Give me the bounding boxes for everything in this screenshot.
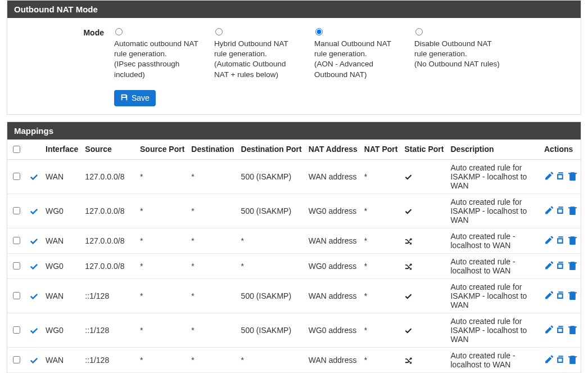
cell-actions: [541, 194, 581, 228]
mode-radio-3[interactable]: [415, 28, 423, 35]
cell-source-port: *: [137, 313, 188, 347]
row-select-checkbox[interactable]: [13, 356, 20, 363]
row-select-checkbox[interactable]: [13, 207, 20, 214]
table-row[interactable]: WAN127.0.0.0/8**500 (ISAKMP)WAN address*…: [7, 159, 581, 194]
cell-source: 127.0.0.0/8: [82, 228, 137, 253]
cell-source-port: *: [137, 159, 188, 194]
table-row[interactable]: WAN::1/128***WAN address*Auto created ru…: [7, 347, 581, 372]
check-icon[interactable]: [29, 236, 39, 246]
check-icon[interactable]: [29, 172, 39, 182]
cell-source-port: *: [137, 278, 188, 313]
cell-actions: [541, 253, 581, 278]
copy-action[interactable]: [556, 235, 566, 245]
cell-destination: *: [188, 194, 237, 228]
table-row[interactable]: WG0::1/128**500 (ISAKMP)WG0 address*Auto…: [7, 313, 581, 347]
mode-radio-0[interactable]: [115, 28, 123, 35]
cell-source-port: *: [137, 228, 188, 253]
cell-nat-address: WAN address: [305, 278, 361, 313]
shuffle-icon: [404, 236, 413, 245]
mode-option-2: Manual Outbound NATrule generation.(AON …: [314, 26, 408, 80]
col-source-port: Source Port: [137, 140, 188, 160]
edit-action[interactable]: [544, 235, 554, 245]
table-row[interactable]: WG0127.0.0.0/8***WG0 address*Auto create…: [7, 253, 581, 278]
cell-nat-port: *: [361, 228, 401, 253]
cell-description: Auto created rule - localhost to WAN: [447, 228, 541, 253]
col-destination: Destination: [188, 140, 237, 160]
cell-destination-port: *: [238, 228, 305, 253]
check-icon[interactable]: [29, 206, 39, 216]
delete-action[interactable]: [568, 235, 577, 245]
table-row[interactable]: WAN::1/128**500 (ISAKMP)WAN address*Auto…: [7, 278, 581, 313]
row-select-checkbox[interactable]: [13, 326, 20, 334]
col-source: Source: [82, 140, 137, 160]
row-select-checkbox[interactable]: [13, 173, 20, 180]
row-select-checkbox[interactable]: [13, 262, 20, 269]
check-icon: [404, 206, 413, 215]
cell-destination-port: 500 (ISAKMP): [238, 278, 305, 313]
edit-action[interactable]: [544, 354, 554, 364]
delete-action[interactable]: [568, 171, 577, 181]
delete-action[interactable]: [568, 205, 577, 215]
cell-static-port: [401, 228, 447, 253]
edit-action[interactable]: [544, 205, 554, 215]
mode-radio-1[interactable]: [215, 28, 223, 35]
select-all-checkbox[interactable]: [13, 146, 20, 153]
cell-interface: WAN: [42, 278, 82, 313]
cell-source-port: *: [137, 194, 188, 228]
edit-action[interactable]: [544, 325, 554, 334]
edit-action[interactable]: [544, 260, 554, 270]
cell-nat-address: WAN address: [305, 159, 361, 194]
edit-action[interactable]: [544, 171, 554, 181]
cell-destination: *: [188, 278, 237, 313]
col-nat-address: NAT Address: [305, 140, 361, 160]
edit-action[interactable]: [544, 290, 554, 300]
cell-destination: *: [188, 347, 237, 372]
shuffle-icon: [404, 261, 413, 270]
cell-source-port: *: [137, 253, 188, 278]
check-icon: [404, 291, 413, 300]
cell-nat-port: *: [361, 159, 401, 194]
cell-nat-address: WAN address: [305, 228, 361, 253]
cell-interface: WAN: [42, 228, 82, 253]
check-icon[interactable]: [29, 261, 39, 271]
cell-actions: [541, 347, 581, 372]
row-select-checkbox[interactable]: [13, 292, 20, 299]
check-icon: [404, 172, 413, 181]
cell-nat-port: *: [361, 313, 401, 347]
cell-source-port: *: [137, 347, 188, 372]
cell-nat-address: WG0 address: [305, 313, 361, 347]
copy-action[interactable]: [556, 205, 566, 215]
mode-option-1: Hybrid Outbound NATrule generation.(Auto…: [214, 26, 307, 80]
cell-description: Auto created rule for ISAKMP - localhost…: [447, 278, 541, 313]
table-row[interactable]: WAN127.0.0.0/8***WAN address*Auto create…: [7, 228, 581, 253]
copy-action[interactable]: [556, 354, 566, 364]
check-icon[interactable]: [29, 325, 39, 335]
check-icon[interactable]: [29, 355, 39, 365]
row-select-checkbox[interactable]: [13, 237, 20, 244]
table-row[interactable]: WG0127.0.0.0/8**500 (ISAKMP)WG0 address*…: [7, 194, 581, 228]
delete-action[interactable]: [568, 290, 577, 300]
delete-action[interactable]: [568, 260, 577, 270]
mode-label: Mode: [14, 26, 114, 37]
cell-static-port: [401, 159, 447, 194]
cell-static-port: [401, 194, 447, 228]
save-button[interactable]: Save: [114, 90, 156, 106]
delete-action[interactable]: [568, 354, 577, 364]
cell-static-port: [401, 253, 447, 278]
cell-nat-address: WG0 address: [305, 253, 361, 278]
copy-action[interactable]: [556, 290, 566, 300]
cell-nat-port: *: [361, 347, 401, 372]
delete-action[interactable]: [568, 325, 577, 334]
mode-option-desc: Automatic outbound NATrule generation.(I…: [114, 39, 198, 80]
col-static-port: Static Port: [401, 140, 447, 160]
copy-action[interactable]: [556, 260, 566, 270]
check-icon[interactable]: [29, 291, 39, 301]
cell-static-port: [401, 347, 447, 372]
copy-action[interactable]: [556, 171, 566, 181]
mode-radio-2[interactable]: [315, 28, 323, 35]
cell-interface: WAN: [42, 347, 82, 372]
copy-action[interactable]: [556, 325, 566, 334]
cell-interface: WG0: [42, 313, 82, 347]
cell-interface: WG0: [42, 253, 82, 278]
cell-interface: WAN: [42, 159, 82, 194]
